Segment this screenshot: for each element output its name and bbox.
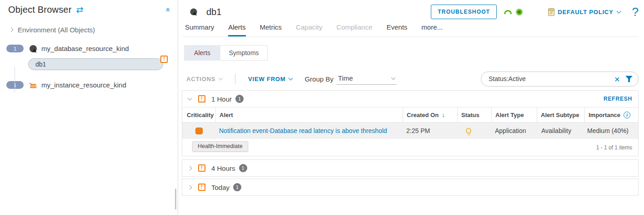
warning-badge-icon: ! — [160, 56, 168, 63]
tree-node-label[interactable]: my_database_resource_kind — [41, 45, 129, 52]
actions-menu: ACTIONS — [186, 76, 222, 82]
column-status[interactable]: Status — [457, 108, 491, 122]
tree-item-label[interactable]: db1 — [35, 61, 46, 68]
filter-input[interactable]: Status:Active × — [481, 72, 639, 87]
tab-summary[interactable]: Summary — [185, 23, 214, 36]
tab-metrics[interactable]: Metrics — [260, 23, 282, 36]
view-from-menu[interactable]: VIEW FROM — [248, 76, 292, 82]
column-created-on[interactable]: Created On ↓ — [403, 108, 457, 122]
group-header[interactable]: ! Today 1 — [182, 179, 638, 195]
group-count-badge: 1 — [239, 164, 247, 172]
group-header[interactable]: ! 1 Hour 1 REFRESH — [182, 91, 638, 107]
group-header[interactable]: ! 4 Hours 1 — [182, 160, 638, 176]
chevron-right-icon[interactable] — [188, 185, 192, 189]
chevron-down-icon[interactable] — [616, 9, 621, 13]
column-alert-type[interactable]: Alert Type — [491, 108, 537, 122]
chevron-down-icon[interactable] — [289, 76, 293, 81]
policy-scroll-icon — [548, 8, 554, 16]
database-object-icon — [190, 8, 197, 15]
group-by-value[interactable]: Time — [338, 74, 353, 82]
sort-desc-icon[interactable]: ↓ — [442, 111, 445, 118]
pagination: 1 - 1 of 1 items — [182, 139, 638, 156]
tab-capacity: Capacity — [296, 23, 322, 36]
chevron-right-icon[interactable] — [188, 166, 192, 170]
group-label: 1 Hour — [211, 95, 232, 103]
count-pill: 1 — [6, 45, 24, 52]
tree-node-environment[interactable]: Environment (All Objects) — [0, 26, 178, 34]
tree-node-label[interactable]: Environment (All Objects) — [18, 26, 95, 34]
filter-funnel-icon[interactable] — [625, 75, 633, 82]
chevron-right-icon[interactable] — [9, 28, 14, 32]
column-alert[interactable]: Alert — [215, 108, 403, 122]
table-header-row: Criticality Alert Created On ↓ Status Al… — [182, 107, 638, 123]
table-row[interactable]: Notification event-Database read latency… — [182, 123, 638, 139]
health-gauge-icon — [504, 10, 512, 14]
alert-group-today: ! Today 1 — [182, 179, 639, 196]
group-by-select[interactable]: Time — [336, 73, 397, 85]
tab-alerts[interactable]: Alerts — [228, 23, 245, 36]
toolbar-divider — [235, 74, 235, 84]
alerts-toolbar: ACTIONS VIEW FROM Group By Time Status:A… — [182, 71, 639, 87]
troubleshoot-button[interactable]: TROUBLESHOOT — [431, 5, 497, 19]
subtab-symptoms[interactable]: Symptoms — [220, 45, 268, 61]
column-label[interactable]: Importance — [589, 112, 620, 118]
header-actions: TROUBLESHOOT DEFAULT POLICY ? — [431, 5, 639, 19]
default-policy-dropdown[interactable]: DEFAULT POLICY — [558, 9, 613, 15]
object-header: db1 TROUBLESHOOT DEFAULT POLICY ? — [182, 0, 639, 21]
chevron-down-icon[interactable] — [188, 96, 192, 101]
info-icon[interactable]: i — [624, 112, 630, 118]
warning-icon: ! — [198, 184, 205, 191]
collection-status-icon — [516, 9, 523, 15]
tab-events[interactable]: Events — [386, 23, 407, 36]
filter-value[interactable]: Status:Active — [489, 75, 526, 82]
alert-link[interactable]: Notification event-Database read latency… — [219, 127, 387, 134]
object-browser-header: Object Browser ⇄ « — [0, 0, 178, 15]
subtab-alerts[interactable]: Alerts — [184, 45, 220, 61]
subtab-toggle: Alerts Symptoms — [184, 45, 639, 61]
tab-more[interactable]: more... — [421, 23, 443, 36]
alerts-list: ! 1 Hour 1 REFRESH Criticality Alert Cre… — [182, 90, 639, 196]
page-title: db1 — [206, 7, 221, 17]
refresh-button[interactable]: REFRESH — [604, 96, 632, 102]
column-importance[interactable]: Importance i — [584, 108, 638, 122]
pagination-text: 1 - 1 of 1 items — [596, 144, 632, 151]
sync-icon[interactable]: ⇄ — [76, 5, 84, 14]
alert-group-4hours: ! 4 Hours 1 — [182, 159, 639, 177]
object-tree: Environment (All Objects) 1 my_database_… — [0, 26, 178, 89]
column-criticality[interactable]: Criticality — [182, 108, 215, 122]
criticality-immediate-icon[interactable] — [195, 128, 203, 134]
criticality-tooltip: Health-Immediate — [192, 141, 248, 152]
status-cell — [457, 128, 491, 133]
warning-icon: ! — [198, 95, 205, 102]
warning-icon: ! — [198, 164, 205, 172]
clear-filter-icon[interactable]: × — [614, 74, 620, 84]
created-on-cell: 2:25 PM — [403, 127, 457, 134]
column-label[interactable]: Created On — [407, 112, 439, 118]
tab-compliance: Compliance — [336, 23, 372, 36]
group-label: Today — [211, 184, 230, 191]
column-alert-subtype[interactable]: Alert Subtype — [537, 108, 584, 122]
group-by-label: Group By — [305, 75, 333, 83]
instance-resource-icon — [29, 82, 37, 89]
tree-node-database-kind[interactable]: 1 my_database_resource_kind — [0, 45, 178, 52]
alert-subtype-cell: Availability — [537, 127, 584, 134]
importance-cell: Medium (40%) — [584, 127, 638, 134]
alert-cell: Notification event-Database read latency… — [215, 127, 403, 134]
tree-node-instance-kind[interactable]: 1 my_instance_resource_kind — [0, 81, 178, 89]
group-count-badge: 1 — [233, 183, 241, 191]
alert-group-1hour: ! 1 Hour 1 REFRESH Criticality Alert Cre… — [182, 90, 639, 156]
tree-node-label[interactable]: my_instance_resource_kind — [41, 81, 126, 89]
chevron-down-icon[interactable] — [391, 75, 395, 80]
actions-label: ACTIONS — [186, 76, 215, 82]
collapse-panel-icon[interactable]: « — [165, 8, 172, 12]
help-icon[interactable]: ? — [632, 5, 639, 19]
tree-connector-line — [15, 67, 15, 92]
tree-item-db1[interactable]: db1 — [28, 58, 163, 70]
active-status-bulb-icon — [466, 128, 471, 133]
count-pill: 1 — [6, 81, 24, 89]
view-from-label[interactable]: VIEW FROM — [248, 76, 285, 82]
criticality-cell — [182, 128, 215, 134]
main-panel: db1 TROUBLESHOOT DEFAULT POLICY ? Summar… — [178, 0, 644, 215]
chevron-down-icon — [219, 76, 223, 81]
sidebar-scrollbar[interactable] — [175, 189, 176, 210]
